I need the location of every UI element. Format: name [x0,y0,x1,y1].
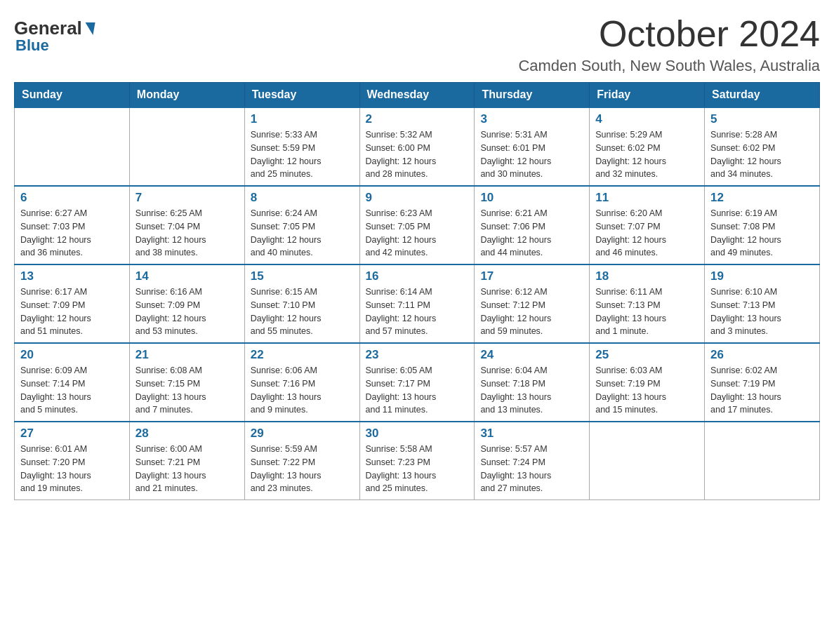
day-info: Sunrise: 6:25 AMSunset: 7:04 PMDaylight:… [135,207,239,260]
day-info: Sunrise: 5:29 AMSunset: 6:02 PMDaylight:… [595,128,699,181]
day-number: 2 [366,112,469,126]
day-info: Sunrise: 6:23 AMSunset: 7:05 PMDaylight:… [366,207,469,260]
calendar-cell: 17Sunrise: 6:12 AMSunset: 7:12 PMDayligh… [475,264,590,343]
calendar-cell: 3Sunrise: 5:31 AMSunset: 6:01 PMDaylight… [475,107,590,186]
day-info: Sunrise: 6:21 AMSunset: 7:06 PMDaylight:… [480,207,583,260]
week-row-2: 6Sunrise: 6:27 AMSunset: 7:03 PMDaylight… [15,186,820,264]
day-number: 21 [135,348,239,362]
day-info: Sunrise: 6:01 AMSunset: 7:20 PMDaylight:… [20,443,124,495]
day-info: Sunrise: 6:09 AMSunset: 7:14 PMDaylight:… [20,364,124,417]
day-info: Sunrise: 6:14 AMSunset: 7:11 PMDaylight:… [366,286,469,338]
day-number: 31 [480,427,583,441]
calendar-cell: 20Sunrise: 6:09 AMSunset: 7:14 PMDayligh… [15,343,130,422]
day-number: 6 [20,191,124,205]
day-number: 23 [366,348,469,362]
day-number: 27 [20,427,124,441]
calendar-cell: 2Sunrise: 5:32 AMSunset: 6:00 PMDaylight… [359,107,475,186]
day-number: 29 [251,427,354,441]
day-number: 12 [710,191,814,205]
day-number: 14 [135,269,239,283]
logo-blue-text: Blue [15,36,49,55]
logo-arrow-icon [83,22,95,35]
day-info: Sunrise: 5:31 AMSunset: 6:01 PMDaylight:… [480,128,583,181]
calendar-cell: 30Sunrise: 5:58 AMSunset: 7:23 PMDayligh… [359,422,475,500]
calendar-cell: 5Sunrise: 5:28 AMSunset: 6:02 PMDaylight… [705,107,820,186]
day-number: 20 [20,348,124,362]
day-number: 7 [135,191,239,205]
calendar-cell: 13Sunrise: 6:17 AMSunset: 7:09 PMDayligh… [15,264,130,343]
calendar-cell: 9Sunrise: 6:23 AMSunset: 7:05 PMDaylight… [359,186,475,264]
week-row-4: 20Sunrise: 6:09 AMSunset: 7:14 PMDayligh… [15,343,820,422]
location-subtitle: Camden South, New South Wales, Australia [518,57,820,75]
day-number: 22 [251,348,354,362]
calendar-cell: 7Sunrise: 6:25 AMSunset: 7:04 PMDaylight… [129,186,244,264]
day-info: Sunrise: 5:32 AMSunset: 6:00 PMDaylight:… [366,128,469,181]
calendar-cell: 28Sunrise: 6:00 AMSunset: 7:21 PMDayligh… [129,422,244,500]
day-info: Sunrise: 6:03 AMSunset: 7:19 PMDaylight:… [595,364,699,417]
calendar-cell [129,107,244,186]
day-info: Sunrise: 6:06 AMSunset: 7:16 PMDaylight:… [251,364,354,417]
calendar-cell: 10Sunrise: 6:21 AMSunset: 7:06 PMDayligh… [475,186,590,264]
day-number: 15 [251,269,354,283]
col-header-friday: Friday [590,83,705,108]
calendar-cell: 15Sunrise: 6:15 AMSunset: 7:10 PMDayligh… [244,264,359,343]
day-info: Sunrise: 5:58 AMSunset: 7:23 PMDaylight:… [366,443,469,495]
col-header-sunday: Sunday [15,83,130,108]
day-number: 5 [710,112,814,126]
calendar-cell: 31Sunrise: 5:57 AMSunset: 7:24 PMDayligh… [475,422,590,500]
day-number: 25 [595,348,699,362]
calendar-table: SundayMondayTuesdayWednesdayThursdayFrid… [14,82,820,500]
day-info: Sunrise: 6:19 AMSunset: 7:08 PMDaylight:… [710,207,814,260]
week-row-1: 1Sunrise: 5:33 AMSunset: 5:59 PMDaylight… [15,107,820,186]
day-info: Sunrise: 5:57 AMSunset: 7:24 PMDaylight:… [480,443,583,495]
header-row: SundayMondayTuesdayWednesdayThursdayFrid… [15,83,820,108]
calendar-cell [705,422,820,500]
calendar-cell: 16Sunrise: 6:14 AMSunset: 7:11 PMDayligh… [359,264,475,343]
day-number: 24 [480,348,583,362]
day-info: Sunrise: 6:04 AMSunset: 7:18 PMDaylight:… [480,364,583,417]
day-number: 10 [480,191,583,205]
calendar-cell: 18Sunrise: 6:11 AMSunset: 7:13 PMDayligh… [590,264,705,343]
day-info: Sunrise: 6:24 AMSunset: 7:05 PMDaylight:… [251,207,354,260]
col-header-saturday: Saturday [705,83,820,108]
title-block: October 2024 Camden South, New South Wal… [518,14,820,75]
day-number: 3 [480,112,583,126]
calendar-cell: 1Sunrise: 5:33 AMSunset: 5:59 PMDaylight… [244,107,359,186]
day-info: Sunrise: 6:00 AMSunset: 7:21 PMDaylight:… [135,443,239,495]
day-number: 13 [20,269,124,283]
day-info: Sunrise: 6:20 AMSunset: 7:07 PMDaylight:… [595,207,699,260]
day-number: 11 [595,191,699,205]
calendar-cell: 29Sunrise: 5:59 AMSunset: 7:22 PMDayligh… [244,422,359,500]
day-number: 16 [366,269,469,283]
day-info: Sunrise: 6:08 AMSunset: 7:15 PMDaylight:… [135,364,239,417]
day-info: Sunrise: 6:17 AMSunset: 7:09 PMDaylight:… [20,286,124,338]
day-number: 19 [710,269,814,283]
day-info: Sunrise: 5:33 AMSunset: 5:59 PMDaylight:… [251,128,354,181]
day-number: 9 [366,191,469,205]
calendar-cell: 8Sunrise: 6:24 AMSunset: 7:05 PMDaylight… [244,186,359,264]
calendar-cell: 26Sunrise: 6:02 AMSunset: 7:19 PMDayligh… [705,343,820,422]
day-info: Sunrise: 5:59 AMSunset: 7:22 PMDaylight:… [251,443,354,495]
calendar-cell: 19Sunrise: 6:10 AMSunset: 7:13 PMDayligh… [705,264,820,343]
calendar-cell: 25Sunrise: 6:03 AMSunset: 7:19 PMDayligh… [590,343,705,422]
day-number: 1 [251,112,354,126]
day-info: Sunrise: 6:10 AMSunset: 7:13 PMDaylight:… [710,286,814,338]
calendar-cell: 22Sunrise: 6:06 AMSunset: 7:16 PMDayligh… [244,343,359,422]
day-number: 26 [710,348,814,362]
day-info: Sunrise: 5:28 AMSunset: 6:02 PMDaylight:… [710,128,814,181]
col-header-wednesday: Wednesday [359,83,475,108]
day-info: Sunrise: 6:11 AMSunset: 7:13 PMDaylight:… [595,286,699,338]
day-info: Sunrise: 6:05 AMSunset: 7:17 PMDaylight:… [366,364,469,417]
calendar-cell: 23Sunrise: 6:05 AMSunset: 7:17 PMDayligh… [359,343,475,422]
day-number: 18 [595,269,699,283]
day-info: Sunrise: 6:12 AMSunset: 7:12 PMDaylight:… [480,286,583,338]
col-header-monday: Monday [129,83,244,108]
col-header-tuesday: Tuesday [244,83,359,108]
day-number: 28 [135,427,239,441]
calendar-cell: 27Sunrise: 6:01 AMSunset: 7:20 PMDayligh… [15,422,130,500]
day-number: 30 [366,427,469,441]
calendar-cell: 24Sunrise: 6:04 AMSunset: 7:18 PMDayligh… [475,343,590,422]
day-info: Sunrise: 6:16 AMSunset: 7:09 PMDaylight:… [135,286,239,338]
week-row-3: 13Sunrise: 6:17 AMSunset: 7:09 PMDayligh… [15,264,820,343]
calendar-cell: 14Sunrise: 6:16 AMSunset: 7:09 PMDayligh… [129,264,244,343]
